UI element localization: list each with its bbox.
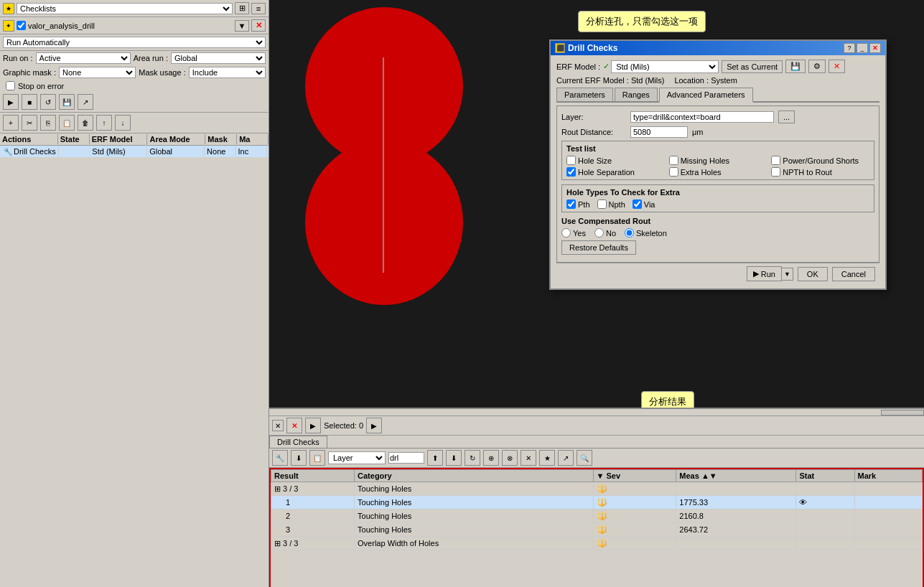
sev-cell: 🔱 [593, 496, 676, 509]
results-icon9[interactable]: ✕ [521, 450, 536, 466]
via-checkbox[interactable] [633, 199, 642, 209]
col-erf: ERF Model [90, 134, 148, 144]
export-btn[interactable]: ↗ [78, 94, 93, 110]
checkbox-cell[interactable] [17, 21, 26, 30]
results-table-container[interactable]: Result Category ▼ Sev Meas ▲▼ Stat Mark … [269, 468, 924, 587]
results-icon5[interactable]: ⬇ [446, 450, 462, 466]
dialog-close-btn[interactable]: ✕ [869, 43, 881, 53]
table-row[interactable]: 1 Touching Holes 🔱 1775.33 👁 [271, 496, 923, 509]
delete-btn[interactable]: 🗑 [78, 115, 93, 131]
restore-defaults-btn[interactable]: Restore Defaults [561, 240, 636, 255]
paste-btn[interactable]: 📋 [59, 115, 75, 131]
table-row[interactable]: ⊞ 3 / 3 Overlap Width of Holes 🔱 [271, 537, 923, 550]
results-icon2[interactable]: ⬇ [291, 450, 307, 466]
run-auto-select[interactable]: Run Automatically [3, 37, 266, 48]
run-dropdown-btn[interactable]: ▼ [782, 268, 793, 281]
layer-browse-btn[interactable]: ... [778, 111, 795, 123]
results-icon12[interactable]: 🔍 [577, 450, 592, 466]
up-btn[interactable]: ↑ [96, 115, 112, 131]
dialog-help-btn[interactable]: ? [844, 43, 855, 53]
script-toolbar: ✦ valor_analysis_drill ▼ ✕ [0, 17, 269, 34]
play-btn[interactable]: ▶ [3, 94, 19, 110]
annotation1-text: 分析连孔，只需勾选这一项 [586, 16, 698, 27]
pth-checkbox[interactable] [566, 199, 576, 209]
npth-checkbox[interactable] [597, 199, 607, 209]
results-toolbar: 🔧 ⬇ 📋 Layer ⬆ ⬇ ↻ ⊕ ⊗ ✕ ★ ↗ 🔍 [269, 449, 924, 468]
results-icon10[interactable]: ★ [539, 450, 555, 466]
bottom-red-x-btn[interactable]: ✕ [286, 418, 302, 433]
bottom-panel: ✕ ✕ ▶ Selected: 0 ▶ Drill Checks 🔧 ⬇ 📋 L… [269, 408, 924, 587]
results-icon11[interactable]: ↗ [558, 450, 574, 466]
layer-results-select[interactable]: Layer [328, 451, 386, 464]
copy-btn[interactable]: ⎘ [40, 115, 56, 131]
checklist-add-btn[interactable]: ⊞ [235, 2, 249, 14]
cancel-btn[interactable]: Cancel [832, 267, 875, 281]
results-icon8[interactable]: ⊗ [502, 450, 518, 466]
tab-ranges[interactable]: Ranges [615, 88, 658, 101]
area-run-select[interactable]: Global [171, 52, 266, 64]
npth-rout-checkbox[interactable] [771, 167, 780, 177]
results-tbody: ⊞ 3 / 3 Touching Holes 🔱 1 Touching Hole… [271, 482, 923, 550]
hscrollbar-thumb[interactable] [881, 410, 924, 415]
bottom-run-btn[interactable]: ▶ [366, 418, 382, 433]
table-row[interactable]: 3 Touching Holes 🔱 2643.72 [271, 523, 923, 537]
results-icon4[interactable]: ⬆ [427, 450, 443, 466]
erf-model-select[interactable]: Std (Mils) [611, 60, 719, 73]
meas-cell [676, 537, 796, 550]
bottom-play-btn[interactable]: ▶ [305, 418, 321, 433]
rout-distance-unit: μm [692, 128, 704, 136]
script-close-btn[interactable]: ✕ [251, 19, 266, 32]
stop-btn[interactable]: ■ [22, 94, 37, 110]
rout-skeleton-radio[interactable] [625, 228, 634, 238]
bottom-drill-tab[interactable]: Drill Checks [269, 436, 327, 448]
hole-size-checkbox[interactable] [566, 156, 576, 165]
script-enable-checkbox[interactable] [17, 21, 26, 30]
dialog-minimize-btn[interactable]: _ [857, 43, 868, 53]
actions-data-row[interactable]: 🔧 Drill Checks ⬇ 🔱 Std (Mils) Global Non… [0, 146, 269, 157]
rout-no: No [594, 228, 616, 238]
results-table: Result Category ▼ Sev Meas ▲▼ Stat Mark … [271, 469, 923, 550]
results-icon3[interactable]: 📋 [309, 450, 325, 466]
results-icon1[interactable]: 🔧 [272, 450, 288, 466]
stop-on-error-checkbox[interactable] [6, 81, 15, 90]
checklist-menu-btn[interactable]: ≡ [251, 3, 266, 14]
extra-holes-checkbox[interactable] [669, 167, 678, 177]
hole-separation-checkbox[interactable] [566, 167, 576, 177]
tab-advanced[interactable]: Advanced Parameters [659, 88, 753, 103]
down-btn[interactable]: ↓ [115, 115, 131, 131]
missing-holes-checkbox[interactable] [669, 156, 678, 165]
save-erf-btn[interactable]: 💾 [785, 60, 806, 73]
script-filter-btn[interactable]: ▼ [235, 20, 249, 32]
layer-input[interactable] [630, 111, 774, 123]
refresh-btn[interactable]: ↺ [40, 94, 56, 110]
table-row[interactable]: ⊞ 3 / 3 Touching Holes 🔱 [271, 482, 923, 496]
save-btn[interactable]: 💾 [59, 94, 75, 110]
mask-usage-select[interactable]: Include [189, 67, 266, 78]
rout-yes-radio[interactable] [561, 228, 571, 238]
ok-btn[interactable]: OK [798, 267, 828, 281]
checklist-selector[interactable]: Checklists [17, 3, 233, 14]
results-icon7[interactable]: ⊕ [483, 450, 499, 466]
results-header-row: Result Category ▼ Sev Meas ▲▼ Stat Mark [271, 470, 923, 482]
mask-select[interactable]: None [59, 67, 136, 78]
tab-parameters[interactable]: Parameters [556, 88, 613, 101]
drill-checks-name: Drill Checks [14, 147, 56, 156]
add-btn[interactable]: + [3, 115, 19, 131]
annotation2-text: 分析结果 [649, 396, 686, 407]
layer-filter-input[interactable] [388, 452, 424, 464]
power-shorts-checkbox[interactable] [771, 156, 780, 165]
set-as-current-btn[interactable]: Set as Current [722, 60, 783, 73]
run-on-select[interactable]: Active [36, 52, 131, 64]
actions-header: Actions State ERF Model Area Mode Mask M… [0, 133, 269, 146]
manage-erf-btn[interactable]: ⚙ [808, 60, 826, 73]
sev-icon: 🔱 [597, 497, 607, 507]
check-extra-holes: Extra Holes [669, 167, 767, 177]
close-erf-btn[interactable]: ✕ [829, 60, 845, 73]
rout-no-radio[interactable] [594, 228, 604, 238]
rout-distance-input[interactable] [630, 126, 688, 138]
results-icon6[interactable]: ↻ [465, 450, 480, 466]
cut-btn[interactable]: ✂ [22, 115, 37, 131]
run-btn[interactable]: ▶ Run [747, 266, 782, 281]
table-row[interactable]: 2 Touching Holes 🔱 2160.8 [271, 509, 923, 523]
bottom-close-btn[interactable]: ✕ [272, 420, 284, 431]
